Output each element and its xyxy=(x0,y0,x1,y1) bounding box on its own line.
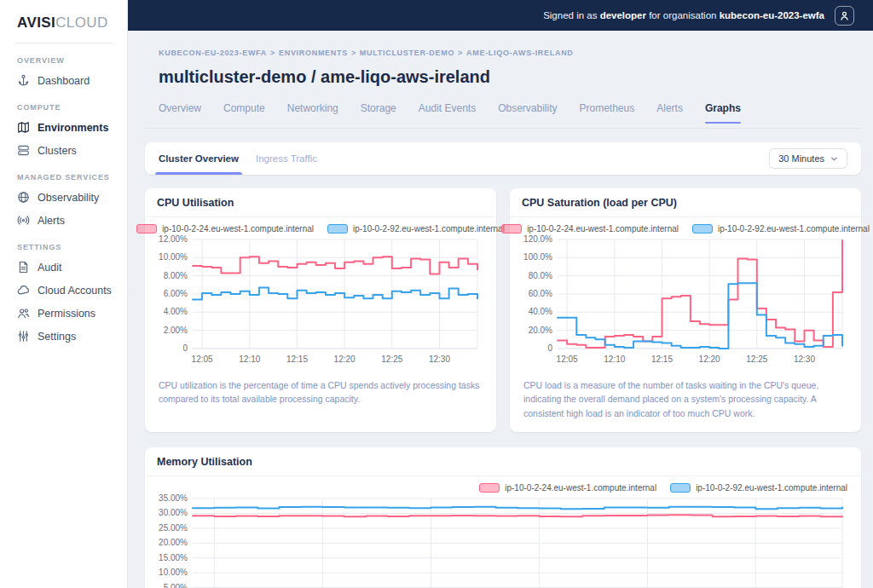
svg-text:2.00%: 2.00% xyxy=(164,326,188,335)
signed-in-prefix: Signed in as xyxy=(543,10,597,20)
svg-text:12:05: 12:05 xyxy=(557,355,578,364)
charts-row: CPU Utilisation ip-10-0-2-24.eu-west-1.c… xyxy=(145,188,861,432)
legend-entry[interactable]: ip-10-0-2-92.eu-west-1.compute.internal xyxy=(692,224,870,233)
subtab-items: Cluster OverviewIngress Traffic xyxy=(159,142,334,175)
legend-entry[interactable]: ip-10-0-2-24.eu-west-1.compute.internal xyxy=(501,224,679,233)
time-range-selector[interactable]: 30 Minutes xyxy=(769,148,847,169)
svg-text:8.00%: 8.00% xyxy=(164,271,188,280)
tab-prometheus[interactable]: Prometheus xyxy=(580,99,635,128)
sidebar-section-header: MANAGED SERVICES xyxy=(0,162,127,186)
legend-entry[interactable]: ip-10-0-2-24.eu-west-1.compute.internal xyxy=(479,483,656,493)
sidebar-item-cloud-accounts[interactable]: Cloud Accounts xyxy=(0,279,127,302)
svg-text:20.0%: 20.0% xyxy=(529,326,552,335)
cpu-utilisation-card: CPU Utilisation ip-10-0-2-24.eu-west-1.c… xyxy=(145,188,496,432)
tab-alerts[interactable]: Alerts xyxy=(656,99,683,128)
sidebar-item-label: Clusters xyxy=(38,145,77,157)
legend-label: ip-10-0-2-92.eu-west-1.compute.internal xyxy=(696,483,847,493)
svg-text:35.00%: 35.00% xyxy=(159,493,188,503)
sidebar-item-settings[interactable]: Settings xyxy=(0,325,127,348)
svg-text:10.00%: 10.00% xyxy=(159,568,188,577)
chart-plot: 120.0%100.0%80.0%60.0%40.0%20.0%012:0512… xyxy=(518,233,853,372)
tab-audit-events[interactable]: Audit Events xyxy=(419,99,476,128)
chart-body: ip-10-0-2-24.eu-west-1.compute.internali… xyxy=(510,217,861,372)
tab-graphs[interactable]: Graphs xyxy=(705,99,741,128)
chart-canvas: 35.00%30.00%25.00%20.00%15.00%10.00%5.00… xyxy=(153,493,851,588)
chart-title: CPU Utilisation xyxy=(145,188,496,217)
legend-swatch xyxy=(501,224,522,233)
sidebar-item-clusters[interactable]: Clusters xyxy=(0,139,127,162)
sidebar: AVISICLOUD OVERVIEWDashboardCOMPUTEEnvir… xyxy=(0,0,128,588)
legend-entry[interactable]: ip-10-0-2-92.eu-west-1.compute.internal xyxy=(670,483,847,493)
brand-logo[interactable]: AVISICLOUD xyxy=(0,0,127,43)
svg-text:12:25: 12:25 xyxy=(381,355,402,364)
legend-swatch xyxy=(479,483,500,493)
svg-text:0: 0 xyxy=(547,343,552,353)
svg-text:60.0%: 60.0% xyxy=(529,289,552,298)
subtab-cluster-overview[interactable]: Cluster Overview xyxy=(159,142,239,175)
legend-label: ip-10-0-2-92.eu-west-1.compute.internal xyxy=(353,224,505,233)
chart-legend: ip-10-0-2-24.eu-west-1.compute.internali… xyxy=(518,224,853,233)
svg-text:12:30: 12:30 xyxy=(429,355,450,364)
content-area: KUBECON-EU-2023-EWFA>ENVIRONMENTS>MULTIC… xyxy=(128,31,873,588)
page-title: multicluster-demo / ame-liqo-aws-ireland xyxy=(159,67,847,87)
breadcrumb-item-ame-liqo-aws-ireland[interactable]: AME-LIQO-AWS-IRELAND xyxy=(466,49,574,57)
sidebar-item-label: Environments xyxy=(38,122,108,134)
tab-networking[interactable]: Networking xyxy=(287,99,338,128)
chart-body: ip-10-0-2-24.eu-west-1.compute.internali… xyxy=(145,476,861,588)
tab-overview[interactable]: Overview xyxy=(159,99,201,128)
svg-text:5.00%: 5.00% xyxy=(164,582,188,588)
svg-text:12:05: 12:05 xyxy=(192,355,213,364)
legend-label: ip-10-0-2-92.eu-west-1.compute.internal xyxy=(718,224,870,233)
svg-text:80.0%: 80.0% xyxy=(529,271,552,280)
svg-text:40.0%: 40.0% xyxy=(529,307,552,316)
user-menu-button[interactable] xyxy=(835,6,854,26)
svg-text:12:20: 12:20 xyxy=(699,355,720,364)
breadcrumb-item-multicluster-demo[interactable]: MULTICLUSTER-DEMO xyxy=(360,49,454,57)
svg-text:12:25: 12:25 xyxy=(746,355,767,364)
sidebar-item-dashboard[interactable]: Dashboard xyxy=(0,69,127,92)
chart-legend: ip-10-0-2-24.eu-west-1.compute.internali… xyxy=(153,483,853,493)
legend-entry[interactable]: ip-10-0-2-24.eu-west-1.compute.internal xyxy=(136,224,314,233)
legend-label: ip-10-0-2-24.eu-west-1.compute.internal xyxy=(162,224,314,233)
sidebar-nav: OVERVIEWDashboardCOMPUTEEnvironmentsClus… xyxy=(0,45,127,348)
sidebar-item-audit[interactable]: Audit xyxy=(0,256,127,279)
legend-entry[interactable]: ip-10-0-2-92.eu-west-1.compute.internal xyxy=(327,224,505,233)
document-icon xyxy=(17,261,30,274)
topbar: Signed in as developer for organisation … xyxy=(128,0,873,31)
tab-observability[interactable]: Observability xyxy=(498,99,557,128)
tabs-bar: OverviewComputeNetworkingStorageAudit Ev… xyxy=(145,99,861,129)
sidebar-item-label: Observability xyxy=(38,192,99,204)
sidebar-item-observability[interactable]: Observability xyxy=(0,186,127,209)
chart-caption: CPU load is a measure of the number of t… xyxy=(510,372,861,432)
chevron-down-icon xyxy=(830,155,838,163)
chart-caption: CPU utilization is the percentage of tim… xyxy=(145,372,496,418)
subtab-ingress-traffic[interactable]: Ingress Traffic xyxy=(256,142,317,175)
subtab-bar: Cluster OverviewIngress Traffic 30 Minut… xyxy=(145,142,861,175)
legend-swatch xyxy=(670,483,691,493)
legend-swatch xyxy=(692,224,713,233)
sidebar-item-alerts[interactable]: Alerts xyxy=(0,209,127,232)
legend-swatch xyxy=(136,224,157,233)
sidebar-item-environments[interactable]: Environments xyxy=(0,116,127,139)
anchor-icon xyxy=(17,74,30,87)
svg-text:12.00%: 12.00% xyxy=(159,234,188,244)
svg-text:12:10: 12:10 xyxy=(604,355,625,364)
breadcrumb-item-kubecon-eu-2023-ewfa[interactable]: KUBECON-EU-2023-EWFA xyxy=(159,49,267,57)
tab-storage[interactable]: Storage xyxy=(361,99,396,128)
signed-in-infix: for organisation xyxy=(649,10,716,20)
sidebar-item-label: Audit xyxy=(38,262,62,274)
sidebar-item-permissions[interactable]: Permissions xyxy=(0,302,127,325)
stack-icon xyxy=(17,144,30,157)
signed-in-org: kubecon-eu-2023-ewfa xyxy=(720,10,824,20)
breadcrumb-item-environments[interactable]: ENVIRONMENTS xyxy=(279,49,348,57)
people-icon xyxy=(17,307,30,320)
sidebar-item-label: Settings xyxy=(38,331,76,343)
svg-text:0: 0 xyxy=(182,343,188,353)
map-icon xyxy=(17,121,30,134)
app-window: AVISICLOUD OVERVIEWDashboardCOMPUTEEnvir… xyxy=(0,0,873,588)
chart-title: CPU Saturation (load per CPU) xyxy=(510,188,861,217)
brand-logo-light: CLOUD xyxy=(55,14,108,31)
sidebar-item-label: Permissions xyxy=(38,308,95,320)
svg-text:12:20: 12:20 xyxy=(334,355,356,364)
tab-compute[interactable]: Compute xyxy=(223,99,265,128)
